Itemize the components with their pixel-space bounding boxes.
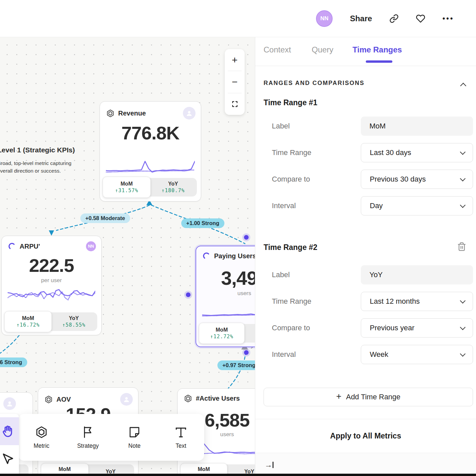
insert-toolbar: Metric Strategy Note Text [18, 414, 204, 461]
collapse-section-icon[interactable] [460, 83, 466, 89]
edge-label-left-strong[interactable]: +0.66 Strong [0, 357, 27, 367]
connection-handle[interactable] [244, 235, 249, 240]
label-input[interactable]: YoY [361, 265, 473, 284]
settings-panel: Context Query Time Ranges RANGES AND COM… [255, 37, 476, 476]
plus-icon: + [336, 391, 342, 402]
collapse-panel-icon[interactable]: → [265, 460, 274, 469]
time-range-1-title: Time Range #1 [264, 98, 317, 107]
level-note-title: Level 1 (Strategic KPIs) [0, 146, 80, 154]
favorite-icon[interactable] [416, 14, 425, 23]
tool-strategy[interactable]: Strategy [65, 425, 111, 449]
connection-handle[interactable] [244, 350, 249, 355]
fit-screen-icon [231, 100, 239, 108]
metric-card-paying-users[interactable]: Paying Users' 3,495 users MoM ↑12.72% [196, 246, 255, 347]
card-value: 222.5 [2, 255, 101, 276]
level-note: Level 1 (Strategic KPIs) Broad, top-leve… [0, 146, 80, 175]
top-bar: NN Share ••• [0, 0, 476, 37]
card-title: Revenue [118, 110, 146, 117]
metric-card-arpu[interactable]: ARPU' NN 222.5 per user MoM ↑16.72% YoY … [1, 236, 102, 335]
compare-to-select[interactable]: Previous year [361, 318, 473, 338]
chip-mom[interactable]: MoM ↑12.72% [199, 323, 245, 344]
share-button[interactable]: Share [350, 14, 372, 23]
sparkline [8, 286, 95, 307]
canvas-tool-strip [0, 414, 19, 476]
card-unit: per user [2, 277, 101, 284]
card-value: 776.8K [100, 122, 201, 144]
edge-label-active-paying[interactable]: +0.97 Strong [217, 360, 255, 370]
sparkline [106, 157, 195, 177]
interval-select[interactable]: Week [361, 345, 473, 364]
tab-query[interactable]: Query [312, 45, 333, 54]
card-title: AOV [56, 396, 71, 403]
chip-mom[interactable]: MoM ↑31.57% [103, 177, 151, 198]
tool-note[interactable]: Note [111, 425, 158, 449]
chip-yoy[interactable] [243, 324, 255, 343]
hexagon-metric-icon [184, 394, 193, 403]
assignee-avatar[interactable] [183, 107, 196, 119]
chevron-down-icon [460, 351, 466, 357]
label-input[interactable]: MoM [361, 117, 473, 136]
loading-spinner-icon [8, 242, 16, 251]
more-menu-icon[interactable]: ••• [442, 14, 454, 23]
panel-footer: → [255, 453, 476, 476]
time-range-select[interactable]: Last 30 days [361, 143, 473, 162]
link-icon[interactable] [389, 14, 399, 23]
sparkline [202, 300, 255, 321]
field-label: Interval [272, 345, 296, 364]
tool-text[interactable]: Text [158, 425, 204, 449]
tab-context[interactable]: Context [264, 45, 291, 54]
chip-mom[interactable]: MoM ↑16.72% [4, 311, 52, 332]
time-range-select[interactable]: Last 12 months [361, 292, 473, 311]
tab-time-ranges[interactable]: Time Ranges [353, 45, 402, 54]
field-label: Time Range [272, 143, 311, 162]
range-toggle: MoM ↑12.72% [200, 324, 255, 343]
time-range-2-title: Time Range #2 [264, 243, 317, 252]
tool-metric[interactable]: Metric [18, 425, 65, 449]
card-unit: users [196, 290, 255, 297]
metric-tree-canvas[interactable]: Level 1 (Strategic KPIs) Broad, top-leve… [0, 37, 255, 476]
range-toggle: MoM ↑31.57% YoY ↑180.7% [104, 178, 197, 197]
edge-label-paying-revenue[interactable]: +1.00 Strong [181, 218, 224, 228]
card-value: 3,495 [196, 267, 255, 289]
chevron-down-icon [460, 202, 466, 208]
metric-card-revenue[interactable]: Revenue 776.8K MoM ↑31.57% YoY ↑180.7 [100, 101, 201, 201]
person-icon [6, 400, 13, 407]
card-title: #Active Users [196, 395, 240, 402]
note-icon [127, 425, 141, 439]
hand-tool-button[interactable] [0, 417, 19, 445]
level-note-line1: Broad, top-level metric capturing [0, 160, 71, 166]
connection-handle[interactable] [186, 292, 191, 297]
chip-yoy[interactable]: YoY ↑180.7% [149, 178, 197, 197]
compare-to-select[interactable]: Previous 30 days [361, 170, 473, 189]
edge-label-arpu-revenue[interactable]: +0.58 Moderate [80, 213, 130, 223]
loading-spinner-icon [202, 252, 211, 260]
range-toggle: MoM ↑16.72% YoY ↑58.55% [6, 312, 97, 331]
collaborator-badge[interactable]: NN [86, 241, 96, 251]
zoom-in-button[interactable]: + [225, 49, 245, 71]
chevron-down-icon [460, 325, 466, 330]
interval-select[interactable]: Day [361, 196, 473, 215]
card-title: Paying Users' [214, 252, 255, 260]
select-tool-button[interactable] [0, 445, 19, 473]
zoom-controls: + − [225, 49, 245, 115]
apply-all-metrics-button[interactable]: Apply to All Metrics [255, 432, 476, 440]
active-tab-indicator [366, 60, 392, 63]
field-label: Interval [272, 196, 296, 215]
app-window: NN Share ••• Level 1 (Strategic KPIs) Br… [0, 0, 476, 476]
user-avatar[interactable]: NN [316, 10, 333, 27]
add-time-range-button[interactable]: + Add Time Range [264, 388, 473, 406]
hexagon-metric-icon [44, 395, 53, 404]
section-header[interactable]: RANGES AND COMPARISONS [264, 80, 364, 87]
field-label: Label [272, 117, 290, 136]
chip-yoy[interactable]: YoY ↑58.55% [50, 312, 97, 331]
field-label: Compare to [272, 170, 310, 189]
zoom-out-button[interactable]: − [225, 71, 245, 93]
fit-screen-button[interactable] [225, 93, 245, 115]
chevron-down-icon [460, 176, 466, 182]
delete-time-range-icon[interactable] [457, 242, 466, 251]
chevron-down-icon [460, 298, 466, 304]
assignee-avatar[interactable] [3, 397, 16, 410]
person-icon [186, 110, 193, 117]
chevron-down-icon [460, 149, 466, 155]
hexagon-icon [35, 425, 48, 439]
